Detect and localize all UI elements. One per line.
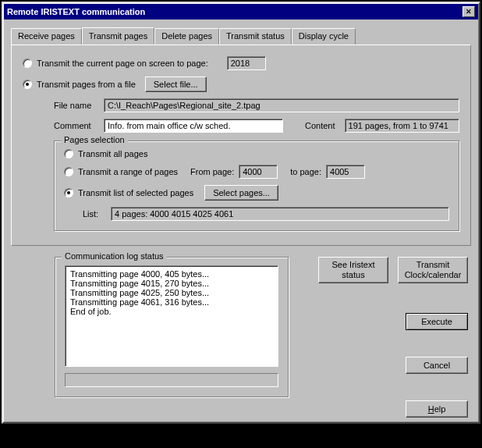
content-field: 191 pages, from 1 to 9741 xyxy=(345,119,459,133)
execute-button[interactable]: Execute xyxy=(406,313,468,330)
transmit-clock-label: Transmit Clock/calendar xyxy=(405,260,462,280)
tab-receive-pages[interactable]: Receive pages xyxy=(11,28,82,45)
radio-transmit-all[interactable] xyxy=(64,149,73,158)
tab-display-cycle[interactable]: Display cycle xyxy=(292,28,356,45)
log-group: Communication log status Transmitting pa… xyxy=(55,257,289,397)
content-label: Content xyxy=(305,121,335,130)
radio-transmit-all-label: Transmit all pages xyxy=(78,149,147,158)
current-page-field[interactable]: 2018 xyxy=(227,56,266,70)
radio-transmit-file[interactable] xyxy=(23,80,32,89)
tab-transmit-pages[interactable]: Transmit pages xyxy=(82,27,154,44)
radio-transmit-list-label: Transmit list of selected pages xyxy=(78,188,193,197)
to-page-field[interactable]: 4005 xyxy=(326,165,365,179)
see-status-label: See Iristext status xyxy=(327,260,380,280)
pages-selection-group: Pages selection Transmit all pages Trans… xyxy=(54,140,459,231)
comment-label: Comment xyxy=(54,121,99,130)
log-status-bar xyxy=(65,373,278,387)
tab-transmit-status[interactable]: Transmit status xyxy=(219,28,292,45)
log-legend: Communication log status xyxy=(62,251,167,261)
transmit-clock-button[interactable]: Transmit Clock/calendar xyxy=(398,257,468,283)
log-line: Transmitting page 4061, 316 bytes... xyxy=(70,297,273,307)
titlebar: Remote IRISTEXT communication ✕ xyxy=(4,4,478,20)
log-line: Transmitting page 4000, 405 bytes... xyxy=(70,269,273,279)
log-panel: Transmitting page 4000, 405 bytes... Tra… xyxy=(65,265,278,367)
radio-transmit-list[interactable] xyxy=(64,188,73,197)
transmit-panel: Transmit the current page on screen to p… xyxy=(11,44,471,246)
tab-strip: Receive pages Transmit pages Delete page… xyxy=(11,28,471,45)
list-label: List: xyxy=(83,209,106,219)
log-line: End of job. xyxy=(70,307,273,316)
select-pages-button[interactable]: Select pages... xyxy=(204,185,278,201)
from-page-field[interactable]: 4000 xyxy=(239,165,278,179)
tab-delete-pages[interactable]: Delete pages xyxy=(154,28,219,45)
log-line: Transmitting page 4025, 250 bytes... xyxy=(70,288,273,297)
radio-transmit-file-label: Transmit pages from a file xyxy=(37,80,136,89)
file-name-label: File name xyxy=(54,101,99,110)
bottom-area: Communication log status Transmitting pa… xyxy=(11,257,471,418)
cancel-button[interactable]: Cancel xyxy=(406,357,468,374)
close-icon[interactable]: ✕ xyxy=(463,6,475,17)
radio-transmit-current[interactable] xyxy=(23,59,32,68)
window-title: Remote IRISTEXT communication xyxy=(7,7,145,16)
radio-transmit-range[interactable] xyxy=(64,167,73,176)
select-file-button[interactable]: Select file... xyxy=(145,76,207,92)
file-name-field[interactable]: C:\I_Reach\Pages\Regional_site_2.tpag xyxy=(104,98,459,112)
radio-transmit-range-label: Transmit a range of pages xyxy=(78,167,178,176)
main-window: Remote IRISTEXT communication ✕ Receive … xyxy=(2,2,480,424)
pages-selection-legend: Pages selection xyxy=(61,135,128,144)
client-area: Receive pages Transmit pages Delete page… xyxy=(3,20,479,422)
radio-transmit-current-label: Transmit the current page on screen to p… xyxy=(37,59,208,68)
see-iristext-status-button[interactable]: See Iristext status xyxy=(318,257,388,283)
help-button[interactable]: Help xyxy=(406,400,468,418)
to-page-label: to page: xyxy=(290,167,321,176)
from-page-label: From page: xyxy=(190,167,234,176)
log-line: Transmitting page 4015, 270 bytes... xyxy=(70,279,273,288)
comment-field[interactable]: Info. from main office c/w sched. xyxy=(104,119,283,133)
selected-pages-field: 4 pages: 4000 4015 4025 4061 xyxy=(111,207,449,221)
